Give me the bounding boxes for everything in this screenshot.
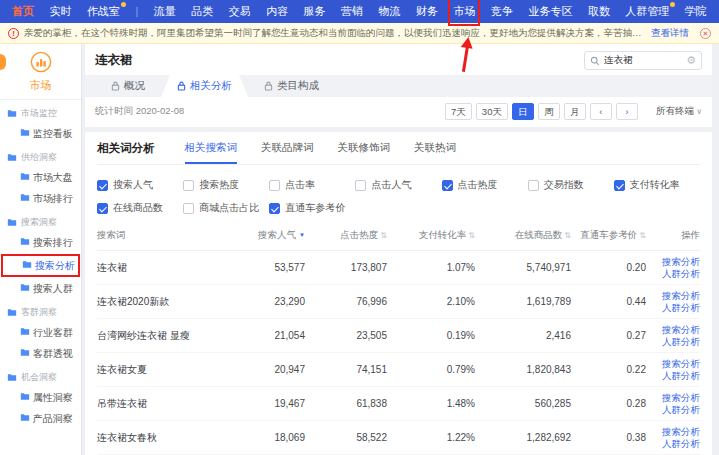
search-analysis-link[interactable]: 搜索分析 [662, 256, 700, 267]
search-analysis-link[interactable]: 搜索分析 [662, 358, 700, 369]
nav-item[interactable]: 财务 [414, 0, 440, 23]
metric-checkbox[interactable]: 点击率 [269, 178, 355, 192]
nav-item[interactable]: 物流 [377, 0, 403, 23]
folder-icon [7, 153, 17, 162]
crowd-analysis-link[interactable]: 人群分析 [662, 268, 700, 279]
nav-item[interactable]: 实时 [47, 0, 73, 23]
nav-item[interactable]: 取数 [586, 0, 612, 23]
metric-checkbox[interactable]: 直通车参考价 [269, 201, 355, 215]
checkbox-icon [355, 180, 366, 191]
cell-click-heat: 173,807 [305, 257, 387, 278]
table-column-header[interactable]: 操作 [646, 221, 700, 250]
nav-item[interactable]: 服务 [302, 0, 328, 23]
metric-checkbox[interactable]: 在线商品数 [97, 201, 183, 215]
crowd-analysis-link[interactable]: 人群分析 [662, 336, 700, 347]
nav-item[interactable]: 品类 [189, 0, 215, 23]
table-column-header[interactable]: 搜索人气 [227, 221, 305, 250]
analysis-tab[interactable]: 相关搜索词 [185, 141, 238, 164]
sidebar-entry[interactable]: 客群透视 [0, 343, 81, 364]
cell-click-heat: 58,522 [305, 427, 387, 448]
sidebar-entry-label: 搜索分析 [35, 260, 75, 271]
cell-pay-conversion: 1.07% [387, 257, 475, 278]
range-button[interactable]: 30天 [476, 103, 508, 120]
cell-pay-conversion: 1.22% [387, 427, 475, 448]
nav-item[interactable]: 营销 [339, 0, 365, 23]
sidebar-entry[interactable]: 属性洞察 [0, 387, 81, 408]
sidebar-entry[interactable]: 搜索分析 [2, 255, 79, 276]
range-button[interactable]: 7天 [445, 103, 472, 120]
table-column-header[interactable]: 直通车参考价 [571, 221, 646, 250]
keyword-search-box[interactable]: ⚙ [584, 51, 702, 70]
crowd-analysis-link[interactable]: 人群分析 [662, 438, 700, 449]
sidebar-entry[interactable]: 市场排行 [0, 188, 81, 209]
search-analysis-link[interactable]: 搜索分析 [662, 426, 700, 437]
metric-checkbox[interactable]: 交易指数 [528, 178, 614, 192]
sidebar-entry[interactable]: 搜索排行 [0, 232, 81, 253]
sidebar-entry[interactable]: 市场监控 [0, 100, 81, 123]
sidebar-entry[interactable]: 产品洞察 [0, 408, 81, 429]
crowd-analysis-link[interactable]: 人群分析 [662, 404, 700, 415]
keyword-search-input[interactable] [604, 55, 682, 66]
sidebar-entry[interactable]: 搜索人群 [0, 278, 81, 299]
metric-checkbox[interactable]: 点击热度 [442, 178, 528, 192]
market-logo-icon [30, 51, 52, 73]
range-button[interactable]: 月 [564, 103, 586, 120]
sidebar-entry[interactable]: 监控看板 [0, 123, 81, 144]
sidebar-entry[interactable]: 搜索洞察 [0, 209, 81, 232]
metric-label: 点击人气 [371, 178, 411, 192]
metric-checkbox[interactable]: 商城点击占比 [183, 201, 269, 215]
range-button[interactable]: 日 [512, 103, 534, 120]
sidebar-entry[interactable]: 行业客群 [0, 322, 81, 343]
analysis-tab[interactable]: 关联热词 [414, 141, 456, 164]
metric-checkbox[interactable]: 搜索人气 [97, 178, 183, 192]
next-date-button[interactable]: › [616, 103, 638, 120]
crowd-analysis-link[interactable]: 人群分析 [662, 370, 700, 381]
nav-item[interactable]: 人群管理 [623, 0, 671, 23]
nav-item[interactable]: 内容 [264, 0, 290, 23]
page-tab[interactable]: 相关分析 [161, 75, 248, 97]
cell-ztc-price: 0.28 [571, 393, 646, 414]
nav-item[interactable]: | [133, 0, 140, 23]
sidebar-entry-label: 客群洞察 [21, 306, 57, 319]
nav-item[interactable]: 首页 [10, 0, 36, 23]
table-column-header[interactable]: 支付转化率 [387, 221, 475, 250]
notice-detail-link[interactable]: 查看详情 [651, 27, 689, 40]
analysis-tab[interactable]: 关联品牌词 [261, 141, 314, 164]
prev-date-button[interactable]: ‹ [590, 103, 612, 120]
metric-label: 搜索热度 [199, 178, 239, 192]
page-tab[interactable]: 类目构成 [248, 75, 335, 97]
nav-item[interactable]: 作战室 [85, 0, 122, 23]
metric-checkbox[interactable]: 搜索热度 [183, 178, 269, 192]
nav-item[interactable]: 市场 [451, 0, 477, 23]
table-column-header[interactable]: 搜索词 [97, 221, 227, 250]
nav-item[interactable]: 交易 [227, 0, 253, 23]
sidebar-entry[interactable]: 市场大盘 [0, 167, 81, 188]
sidebar-entry[interactable]: 客群洞察 [0, 299, 81, 322]
gear-icon[interactable]: ⚙ [686, 55, 696, 66]
search-analysis-link[interactable]: 搜索分析 [662, 392, 700, 403]
metric-label: 点击热度 [458, 178, 498, 192]
sidebar-entry-label: 市场大盘 [33, 172, 73, 183]
analysis-tab[interactable]: 关联修饰词 [338, 141, 391, 164]
cell-online-items: 5,740,971 [475, 257, 571, 278]
table-column-header[interactable]: 点击热度 [305, 221, 387, 250]
range-button[interactable]: 周 [538, 103, 560, 120]
nav-item[interactable]: 学院 [683, 0, 709, 23]
sidebar-entry[interactable]: 供给洞察 [0, 144, 81, 167]
pin-tab-icon [111, 81, 120, 91]
nav-item[interactable]: 业务专区 [526, 0, 574, 23]
metric-checkbox[interactable]: 支付转化率 [614, 178, 700, 192]
table-column-header[interactable]: 在线商品数 [475, 221, 571, 250]
module-logo-label: 市场 [0, 78, 81, 93]
close-icon[interactable]: ✕ [700, 28, 711, 39]
metric-checkbox[interactable]: 点击人气 [355, 178, 441, 192]
terminal-dropdown[interactable]: 所有终端 [656, 105, 702, 118]
nav-item[interactable]: 竞争 [489, 0, 515, 23]
crowd-analysis-link[interactable]: 人群分析 [662, 302, 700, 313]
search-analysis-link[interactable]: 搜索分析 [662, 324, 700, 335]
sidebar-entry[interactable]: 机会洞察 [0, 364, 81, 387]
page-tab[interactable]: 概况 [95, 75, 161, 97]
sidebar-entry-label: 客群透视 [33, 348, 73, 359]
nav-item[interactable]: 流量 [152, 0, 178, 23]
search-analysis-link[interactable]: 搜索分析 [662, 290, 700, 301]
